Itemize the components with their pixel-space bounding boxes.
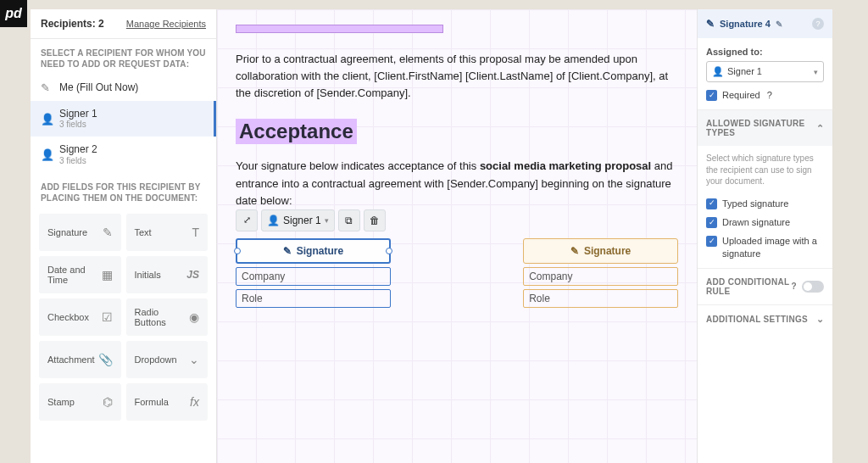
typed-signature-checkbox[interactable]: ✓ [706, 198, 717, 209]
add-fields-heading: ADD FIELDS FOR THIS RECIPIENT BY PLACING… [31, 173, 216, 209]
recipient-signer2[interactable]: 👤 Signer 2 3 fields [31, 137, 216, 172]
recipient-signer1[interactable]: 👤 Signer 1 3 fields [31, 101, 216, 137]
conditional-rule-toggle[interactable] [802, 281, 824, 293]
recipient-field-count: 3 fields [59, 120, 97, 130]
doc-paragraph: Your signature below indicates acceptanc… [236, 158, 678, 209]
field-tile-initials[interactable]: InitialsJS [126, 256, 209, 293]
drawn-signature-label: Drawn signature [722, 216, 790, 228]
radio-icon: ◉ [189, 310, 199, 324]
drawn-signature-checkbox[interactable]: ✓ [706, 217, 717, 228]
field-toolbar: ⤢ 👤Signer 1▾ ⧉ 🗑 [236, 209, 386, 232]
manage-recipients-link[interactable]: Manage Recipients [126, 19, 206, 29]
recipient-label: Signer 1 [59, 108, 97, 120]
dropdown-icon: ⌄ [189, 353, 199, 366]
role-field[interactable]: Role [236, 289, 391, 308]
toolbar-assignee-select[interactable]: 👤Signer 1▾ [261, 209, 335, 232]
assigned-to-select[interactable]: 👤Signer 1 ▾ [706, 61, 824, 82]
stamp-icon: ⌬ [103, 395, 113, 409]
left-panel: Recipients: 2 Manage Recipients SELECT A… [31, 9, 217, 463]
field-tile-checkbox[interactable]: Checkbox☑ [39, 298, 121, 336]
uploaded-signature-label: Uploaded image with a signature [722, 235, 824, 259]
company-field[interactable]: Company [523, 267, 678, 286]
signature-block-signer1[interactable]: ✎Signature Company Role [236, 238, 391, 308]
pen-icon: ✎ [706, 18, 715, 30]
initials-icon: JS [186, 269, 199, 281]
field-title: Signature 4 [720, 19, 771, 29]
recipients-count-label: Recipients: 2 [41, 18, 104, 30]
recipient-label: Signer 2 [59, 143, 97, 155]
formula-icon: fx [190, 395, 199, 409]
person-icon: 👤 [41, 148, 53, 161]
help-icon[interactable]: ? [792, 282, 797, 291]
typed-signature-label: Typed signature [722, 198, 788, 209]
app-logo: pd [0, 0, 27, 27]
allowed-types-note: Select which signature types the recipie… [698, 146, 832, 189]
toolbar-delete-button[interactable]: 🗑 [364, 209, 386, 232]
person-icon: 👤 [267, 215, 280, 226]
text-icon: T [192, 226, 199, 239]
pen-icon: ✎ [41, 81, 53, 94]
assigned-to-label: Assigned to: [706, 47, 824, 57]
field-tile-radio[interactable]: Radio Buttons◉ [126, 298, 209, 336]
document-canvas[interactable]: Prior to a contractual agreement, elemen… [217, 9, 697, 463]
role-field[interactable]: Role [523, 289, 678, 308]
properties-panel: ✎Signature 4✎ ? Assigned to: 👤Signer 1 ▾… [697, 9, 832, 463]
field-tile-date[interactable]: Date and Time▦ [39, 256, 121, 293]
checkbox-icon: ☑ [102, 310, 113, 324]
pen-icon: ✎ [570, 245, 579, 257]
signature-field[interactable]: ✎Signature [236, 238, 391, 264]
uploaded-signature-checkbox[interactable]: ✓ [706, 236, 717, 247]
toolbar-duplicate-button[interactable]: ⧉ [338, 209, 360, 232]
pen-icon: ✎ [283, 245, 292, 257]
trash-icon: 🗑 [370, 215, 380, 226]
signature-icon: ✎ [103, 226, 113, 239]
field-tile-dropdown[interactable]: Dropdown⌄ [126, 341, 209, 378]
editor-frame: Recipients: 2 Manage Recipients SELECT A… [31, 9, 832, 463]
help-icon[interactable]: ? [812, 18, 824, 30]
required-checkbox[interactable]: ✓ [706, 90, 717, 101]
additional-settings-header[interactable]: ADDITIONAL SETTINGS⌄ [698, 304, 832, 333]
field-tile-signature[interactable]: Signature✎ [39, 214, 121, 251]
toolbar-move-button[interactable]: ⤢ [236, 209, 258, 232]
help-icon[interactable]: ? [767, 89, 772, 101]
recipient-label: Me (Fill Out Now) [59, 81, 138, 93]
field-tile-text[interactable]: TextT [126, 214, 209, 251]
conditional-rule-header[interactable]: ADD CONDITIONAL RULE ? [698, 268, 832, 304]
chevron-down-icon: ▾ [814, 68, 818, 76]
recipient-field-count: 3 fields [59, 156, 97, 166]
move-icon: ⤢ [243, 215, 251, 226]
chevron-down-icon: ▾ [325, 216, 329, 225]
person-icon: 👤 [712, 66, 724, 76]
select-recipient-heading: SELECT A RECIPIENT FOR WHOM YOU NEED TO … [31, 39, 216, 75]
field-tile-stamp[interactable]: Stamp⌬ [39, 383, 121, 421]
recipient-me[interactable]: ✎ Me (Fill Out Now) [31, 75, 216, 101]
properties-header: ✎Signature 4✎ ? [698, 9, 832, 38]
paperclip-icon: 📎 [98, 353, 113, 366]
chevron-down-icon: ⌄ [816, 314, 824, 325]
person-icon: 👤 [41, 113, 53, 126]
signature-field[interactable]: ✎Signature [523, 238, 678, 264]
highlighted-region [236, 25, 443, 33]
edit-icon[interactable]: ✎ [776, 20, 782, 29]
doc-paragraph: Prior to a contractual agreement, elemen… [236, 51, 678, 102]
signature-block-signer2[interactable]: ✎Signature Company Role [523, 238, 678, 308]
doc-heading-acceptance: Acceptance [236, 119, 357, 144]
copy-icon: ⧉ [345, 215, 353, 226]
chevron-up-icon: ⌃ [816, 123, 824, 134]
allowed-types-header[interactable]: ALLOWED SIGNATURE TYPES⌃ [698, 110, 832, 146]
required-label: Required [722, 89, 760, 101]
field-tile-formula[interactable]: Formulafx [126, 383, 209, 421]
company-field[interactable]: Company [236, 267, 391, 286]
calendar-icon: ▦ [102, 268, 113, 282]
field-tile-attachment[interactable]: Attachment📎 [39, 341, 121, 378]
